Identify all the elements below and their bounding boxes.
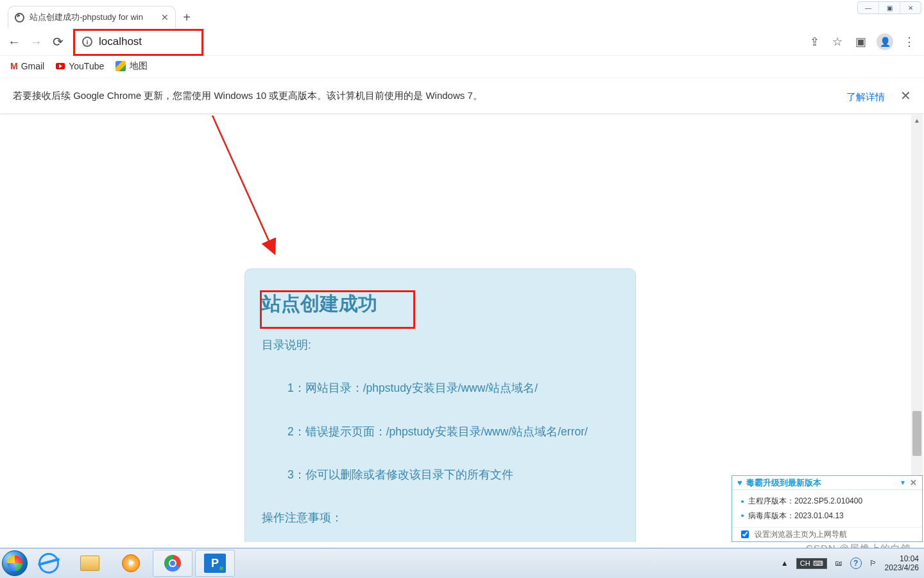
bullet-icon — [741, 514, 744, 517]
learn-more-link[interactable]: 了解详情 — [846, 91, 885, 102]
scrollbar-thumb[interactable] — [912, 411, 921, 456]
directory-heading: 目录说明: — [262, 330, 619, 360]
tab-title: 站点创建成功-phpstudy for win — [30, 12, 156, 23]
bookmark-label: 地图 — [130, 60, 148, 72]
bullet-icon — [741, 500, 744, 503]
clock-date: 2023/4/26 — [885, 563, 919, 572]
bookmark-maps[interactable]: 地图 — [116, 60, 148, 72]
taskbar: P ▲ CH⌨ 🖭 ? 🏳 10:04 2023/4/26 — [0, 548, 924, 578]
close-tab-icon[interactable]: ✕ — [161, 12, 169, 22]
antivirus-popup: ♥ 毒霸升级到最新版本 ▼ ✕ 主程序版本：2022.SP5.2.010400 … — [732, 475, 923, 542]
popup-line-1: 主程序版本：2022.SP5.2.010400 — [748, 494, 862, 509]
maps-icon — [116, 61, 126, 71]
taskbar-phpstudy[interactable]: P — [195, 550, 235, 577]
chrome-icon — [164, 555, 181, 572]
mediaplayer-icon — [122, 554, 140, 572]
ie-icon — [38, 553, 59, 574]
homepage-checkbox[interactable] — [741, 530, 749, 538]
gmail-icon: M — [10, 61, 17, 71]
svg-line-0 — [184, 116, 275, 254]
close-button[interactable]: ✕ — [900, 2, 921, 13]
tray-volume-icon[interactable]: 🖭 — [835, 559, 843, 568]
popup-close-icon[interactable]: ✕ — [910, 478, 917, 487]
maximize-button[interactable]: ▣ — [879, 2, 900, 13]
clock[interactable]: 10:04 2023/4/26 — [885, 554, 919, 573]
browser-tab[interactable]: 站点创建成功-phpstudy for win ✕ — [8, 6, 176, 28]
directory-item-2: 2：错误提示页面：/phpstudy安装目录/www/站点域名/error/ — [287, 417, 619, 447]
ops-heading: 操作注意事项： — [262, 503, 619, 533]
url-text: localhost — [99, 35, 142, 48]
system-tray: ▲ CH⌨ 🖭 ? 🏳 10:04 2023/4/26 — [781, 548, 924, 578]
taskbar-chrome[interactable] — [153, 550, 193, 577]
new-tab-button[interactable]: + — [176, 6, 198, 28]
reload-button[interactable]: ⟳ — [51, 34, 64, 49]
card-title: 站点创建成功 — [262, 291, 377, 317]
folder-icon — [80, 556, 99, 571]
popup-line-2: 病毒库版本：2023.01.04.13 — [748, 509, 844, 523]
taskbar-mediaplayer[interactable] — [112, 550, 150, 576]
globe-icon — [15, 13, 24, 22]
browser-toolbar: ← → ⟳ i localhost ⇪ ☆ ▣ 👤 ⋮ — [0, 28, 924, 56]
taskbar-ie[interactable] — [30, 550, 68, 576]
popup-title: 毒霸升级到最新版本 — [746, 477, 896, 489]
bookmark-star-icon[interactable]: ☆ — [830, 35, 844, 49]
start-button[interactable] — [0, 548, 30, 578]
directory-item-1: 1：网站目录：/phpstudy安装目录/www/站点域名/ — [287, 373, 619, 403]
clock-time: 10:04 — [885, 554, 919, 563]
update-infobar: 若要接收后续 Google Chrome 更新，您需使用 Windows 10 … — [0, 78, 924, 113]
window-controls: — ▣ ✕ — [857, 1, 921, 14]
tray-arrow-icon[interactable]: ▲ — [781, 559, 789, 568]
menu-icon[interactable]: ⋮ — [902, 35, 916, 49]
taskbar-explorer[interactable] — [71, 550, 109, 576]
forward-button[interactable]: → — [30, 35, 42, 49]
windows-orb-icon — [2, 550, 28, 576]
shield-icon: ♥ — [737, 478, 742, 487]
site-info-icon[interactable]: i — [82, 37, 92, 47]
youtube-icon — [56, 63, 65, 69]
infobar-message: 若要接收后续 Google Chrome 更新，您需使用 Windows 10 … — [13, 90, 483, 102]
bookmarks-bar: M Gmail YouTube 地图 — [0, 55, 924, 77]
tab-strip: 站点创建成功-phpstudy for win ✕ + — [8, 5, 860, 28]
back-button[interactable]: ← — [8, 35, 21, 49]
profile-avatar[interactable]: 👤 — [877, 33, 893, 50]
bookmark-label: YouTube — [69, 61, 104, 71]
tray-help-icon[interactable]: ? — [850, 557, 862, 569]
infobar-close-icon[interactable]: ✕ — [900, 89, 911, 103]
address-bar[interactable]: i localhost — [73, 31, 798, 53]
panel-icon[interactable]: ▣ — [853, 35, 868, 49]
tray-flag-icon[interactable]: 🏳 — [869, 559, 877, 568]
bookmark-label: Gmail — [21, 61, 45, 71]
ime-indicator[interactable]: CH⌨ — [796, 558, 827, 569]
phpstudy-icon: P — [204, 554, 226, 573]
popup-foot-label: 设置浏览器主页为上网导航 — [755, 529, 847, 540]
bookmark-gmail[interactable]: M Gmail — [10, 61, 44, 71]
share-icon[interactable]: ⇪ — [807, 35, 821, 49]
scroll-up-icon[interactable]: ▲ — [911, 114, 923, 126]
success-card: 站点创建成功 目录说明: 1：网站目录：/phpstudy安装目录/www/站点… — [244, 268, 636, 542]
popup-dropdown-icon[interactable]: ▼ — [900, 479, 906, 486]
directory-item-3: 3：你可以删除或者修改该目录下的所有文件 — [287, 460, 619, 490]
minimize-button[interactable]: — — [858, 2, 879, 13]
bookmark-youtube[interactable]: YouTube — [56, 61, 104, 71]
